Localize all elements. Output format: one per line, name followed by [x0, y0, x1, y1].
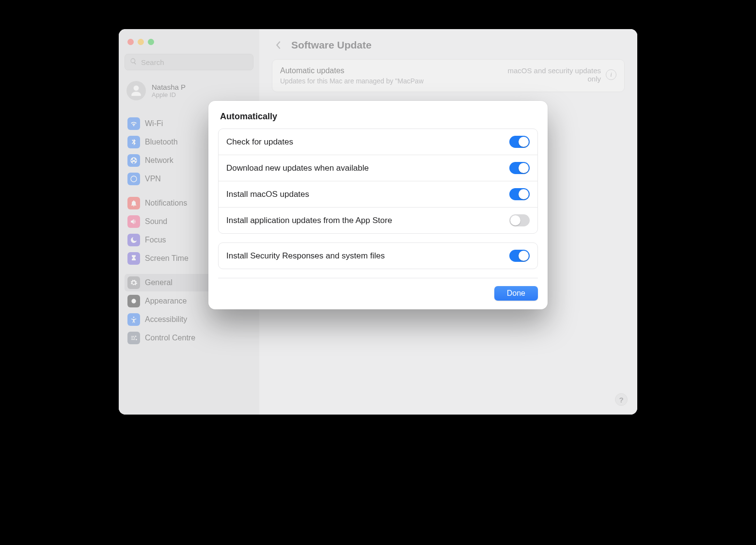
modal-group-2: Install Security Responses and system fi…	[218, 242, 538, 269]
settings-window: Search Natasha P Apple ID Wi-Fi Bluetoot…	[119, 29, 637, 415]
row-download-updates: Download new updates when available	[219, 155, 537, 181]
row-install-security: Install Security Responses and system fi…	[219, 243, 537, 269]
row-label: Install macOS updates	[226, 190, 309, 199]
row-label: Download new updates when available	[226, 163, 369, 173]
row-label: Install Security Responses and system fi…	[226, 251, 385, 261]
automatic-updates-modal: Automatically Check for updates Download…	[208, 101, 548, 309]
row-label: Check for updates	[226, 137, 293, 147]
toggle-check-updates[interactable]	[509, 136, 530, 148]
row-install-macos: Install macOS updates	[219, 181, 537, 207]
modal-container: Automatically Check for updates Download…	[119, 29, 637, 415]
toggle-install-security[interactable]	[509, 250, 530, 262]
modal-footer: Done	[218, 278, 538, 301]
toggle-install-app-store[interactable]	[509, 214, 530, 226]
done-button[interactable]: Done	[494, 286, 538, 301]
row-check-updates: Check for updates	[219, 129, 537, 155]
toggle-download-updates[interactable]	[509, 162, 530, 174]
toggle-install-macos[interactable]	[509, 188, 530, 200]
row-label: Install application updates from the App…	[226, 216, 392, 225]
modal-group-1: Check for updates Download new updates w…	[218, 128, 538, 234]
row-install-app-store: Install application updates from the App…	[219, 207, 537, 233]
modal-title: Automatically	[218, 112, 538, 122]
